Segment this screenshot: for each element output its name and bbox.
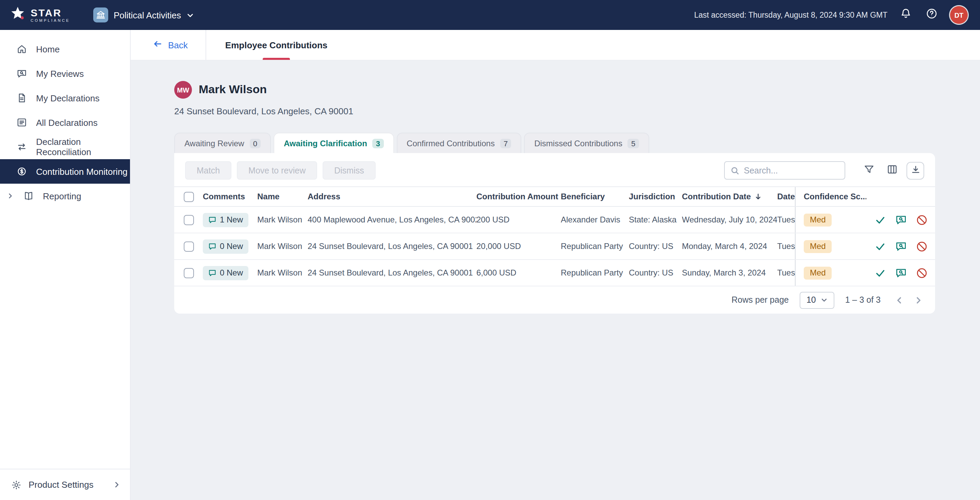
cell-address: 24 Sunset Boulevard, Los Angeles, CA 900…	[308, 268, 476, 278]
approve-check-icon[interactable]	[874, 240, 886, 252]
sort-desc-icon	[754, 192, 762, 201]
list-card-icon	[16, 117, 27, 128]
product-settings-button[interactable]: Product Settings	[0, 469, 130, 500]
tab-awaiting-review[interactable]: Awaiting Review 0	[174, 133, 271, 153]
cell-beneficiary: Republican Party	[561, 268, 629, 278]
filter-icon	[864, 164, 875, 177]
columns-button[interactable]	[883, 162, 901, 179]
previous-page-button[interactable]	[891, 292, 907, 308]
dismiss-ban-icon[interactable]	[916, 214, 927, 225]
row-actions	[866, 233, 935, 259]
brand-name: STAR	[30, 7, 70, 17]
brand-logo: STAR COMPLIANCE	[10, 5, 70, 24]
sidebar-item-my-reviews[interactable]: My Reviews	[0, 61, 130, 86]
comments-count: 1 New	[220, 215, 243, 224]
sidebar-item-all-declarations[interactable]: All Declarations	[0, 110, 130, 135]
comment-bubble-icon	[208, 242, 216, 250]
cell-date-truncated: Tuesd	[777, 241, 795, 251]
brand-text: STAR COMPLIANCE	[30, 7, 70, 22]
table-row[interactable]: 1 New Mark Wilson 400 Maplewood Avenue, …	[174, 207, 935, 233]
brand-subname: COMPLIANCE	[30, 19, 70, 22]
filter-button[interactable]	[860, 162, 878, 179]
status-tabs: Awaiting Review 0 Awaiting Clarification…	[174, 133, 980, 153]
topbar: STAR COMPLIANCE Political Activities Las…	[0, 0, 980, 30]
move-to-review-button[interactable]: Move to review	[237, 161, 317, 179]
rows-per-page-label: Rows per page	[732, 295, 789, 305]
match-button[interactable]: Match	[185, 161, 231, 179]
tab-dismissed-contributions[interactable]: Dismissed Contributions 5	[524, 133, 649, 153]
app-switcher[interactable]: Political Activities	[93, 8, 194, 22]
comments-badge[interactable]: 1 New	[203, 213, 248, 227]
header-jurisdiction: Jurisdiction	[629, 192, 682, 202]
tab-label: Dismissed Contributions	[534, 138, 622, 148]
comments-count: 0 New	[220, 268, 243, 278]
row-checkbox[interactable]	[183, 241, 194, 251]
approve-check-icon[interactable]	[874, 214, 886, 225]
table-row[interactable]: 0 New Mark Wilson 24 Sunset Boulevard, L…	[174, 260, 935, 286]
header-beneficiary: Beneficiary	[561, 192, 629, 202]
tab-employee-contributions[interactable]: Employee Contributions	[206, 30, 347, 60]
cell-amount: 20,000 USD	[476, 241, 561, 251]
sidebar-item-my-declarations[interactable]: My Declarations	[0, 86, 130, 110]
dismiss-ban-icon[interactable]	[916, 267, 927, 279]
chat-review-icon	[16, 68, 27, 79]
notifications-button[interactable]	[898, 8, 913, 22]
cell-amount: 200 USD	[476, 215, 561, 224]
user-avatar[interactable]: DT	[950, 6, 968, 24]
tab-count-badge: 5	[628, 138, 639, 148]
swap-arrows-icon	[16, 141, 27, 152]
topbar-right: Last accessed: Thursday, August 8, 2024 …	[694, 6, 968, 24]
clarify-chat-icon[interactable]	[894, 267, 907, 279]
sidebar-item-label: Home	[36, 44, 60, 54]
gear-icon	[11, 479, 22, 490]
select-all-checkbox[interactable]	[183, 192, 194, 202]
help-icon	[926, 8, 938, 22]
header-date-truncated: Date	[777, 192, 795, 202]
cell-name: Mark Wilson	[257, 268, 308, 278]
product-settings-label: Product Settings	[29, 479, 94, 490]
dismiss-ban-icon[interactable]	[916, 240, 927, 252]
chevron-right-icon	[7, 192, 14, 199]
sidebar-item-reporting[interactable]: Reporting	[0, 184, 130, 208]
search-input[interactable]	[725, 162, 845, 179]
dismiss-button[interactable]: Dismiss	[323, 161, 375, 179]
tab-label: Confirmed Contributions	[407, 138, 495, 148]
row-actions	[866, 207, 935, 233]
sidebar-item-home[interactable]: Home	[0, 37, 130, 61]
row-actions	[866, 260, 935, 286]
contributions-card: Match Move to review Dismiss	[174, 153, 935, 314]
row-checkbox[interactable]	[183, 214, 194, 225]
rows-per-page-select[interactable]: 10	[800, 292, 834, 308]
tab-awaiting-clarification[interactable]: Awaiting Clarification 3	[274, 133, 394, 153]
comments-badge[interactable]: 0 New	[203, 239, 248, 253]
back-label: Back	[168, 40, 188, 50]
last-accessed-text: Last accessed: Thursday, August 8, 2024 …	[694, 11, 888, 19]
sidebar-item-label: Declaration Reconciliation	[36, 137, 130, 157]
table-header-row: Comments Name Address Contribution Amoun…	[174, 186, 935, 207]
cell-name: Mark Wilson	[257, 241, 308, 251]
employee-address: 24 Sunset Boulevard, Los Angeles, CA 900…	[174, 106, 980, 116]
confidence-badge: Med	[804, 240, 832, 253]
cell-date-truncated: Tuesd	[777, 215, 795, 224]
sidebar-item-label: All Declarations	[36, 117, 98, 127]
download-button[interactable]	[907, 162, 924, 179]
row-checkbox[interactable]	[183, 268, 194, 278]
header-contribution-date-sort[interactable]: Contribution Date	[682, 192, 772, 202]
comments-badge[interactable]: 0 New	[203, 266, 248, 280]
document-icon	[16, 92, 27, 103]
clarify-chat-icon[interactable]	[894, 214, 907, 226]
help-button[interactable]	[924, 8, 939, 22]
sidebar-item-contribution-monitoring[interactable]: Contribution Monitoring	[0, 159, 130, 184]
next-page-button[interactable]	[911, 292, 926, 308]
header-confidence-score: Confidence Sc...	[795, 187, 866, 206]
cell-jurisdiction: Country: US	[629, 268, 682, 278]
clarify-chat-icon[interactable]	[894, 240, 907, 252]
app-window: STAR COMPLIANCE Political Activities Las…	[0, 0, 980, 500]
table-row[interactable]: 0 New Mark Wilson 24 Sunset Boulevard, L…	[174, 233, 935, 260]
approve-check-icon[interactable]	[874, 267, 886, 279]
tab-confirmed-contributions[interactable]: Confirmed Contributions 7	[396, 133, 521, 153]
cell-contribution-date: Sunday, March 3, 2024	[682, 268, 777, 278]
back-button[interactable]: Back	[130, 30, 205, 60]
active-tab-underline	[263, 58, 290, 60]
sidebar-item-declaration-reconciliation[interactable]: Declaration Reconciliation	[0, 135, 130, 159]
